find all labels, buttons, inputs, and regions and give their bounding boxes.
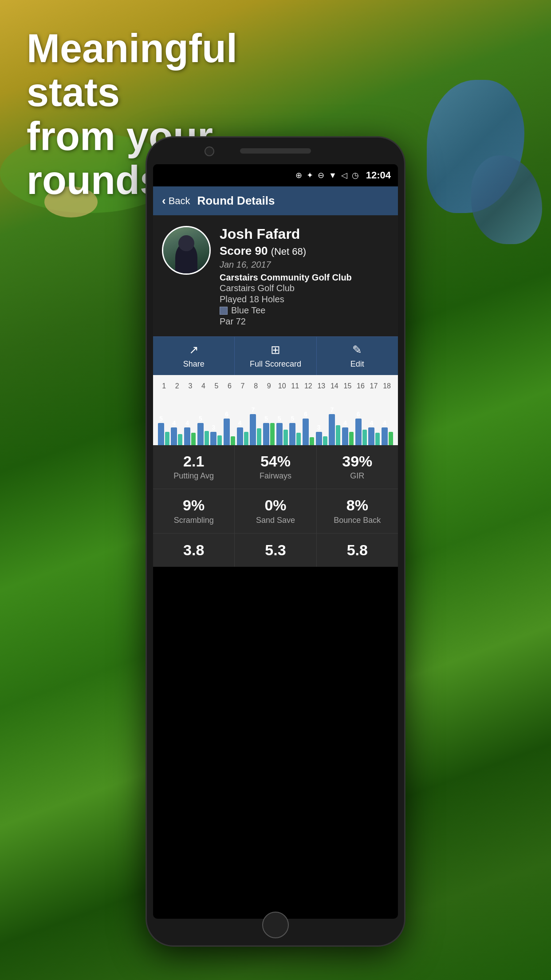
hole-1: 1 <box>158 382 170 390</box>
gir-value: 39% <box>342 453 372 470</box>
minus-icon: ⊖ <box>318 170 324 180</box>
tee-label: Blue Tee <box>231 305 265 316</box>
bars-container: 544536475556374644 <box>157 392 394 445</box>
fairways-label: Fairways <box>260 471 291 481</box>
bluetooth-icon: ✦ <box>307 170 313 180</box>
net-score: (Net 68) <box>271 246 306 257</box>
par-line: Par 72 <box>220 316 389 327</box>
hole-15: 15 <box>342 382 353 390</box>
stats-row-2: 9% Scrambling 0% Sand Save 8% Bounce Bac… <box>153 489 398 533</box>
hole-4: 4 <box>197 382 209 390</box>
bounce-back-label: Bounce Back <box>334 516 381 525</box>
stat-gir: 39% GIR <box>317 445 398 489</box>
avatar-image <box>163 227 209 273</box>
hole-12: 12 <box>303 382 314 390</box>
phone-home-button[interactable] <box>262 912 289 938</box>
date-line: Jan 16, 2017 <box>220 260 389 270</box>
hole-3: 3 <box>185 382 196 390</box>
phone-frame: ⊕ ✦ ⊖ ▼ ◁ ◷ 12:04 ‹ Back Round Details <box>147 138 404 945</box>
bar-group-2: 4 <box>171 419 182 445</box>
holes-played: Played 18 Holes <box>220 294 389 304</box>
bar-group-9: 5 <box>263 415 275 445</box>
scorecard-label: Full Scorecard <box>250 360 301 369</box>
profile-info: Josh Fafard Score 90 (Net 68) Jan 16, 20… <box>220 226 389 328</box>
bar-group-1: 5 <box>158 415 169 445</box>
score-value: Score 90 <box>220 244 271 257</box>
stats-row-1: 2.1 Putting Avg 54% Fairways 39% GIR <box>153 445 398 489</box>
bar-group-4: 5 <box>197 415 209 445</box>
hero-line1: Meaningful stats <box>27 27 337 115</box>
hole-numbers: 1 2 3 4 5 6 7 8 9 10 11 12 13 14 15 16 1… <box>157 382 394 390</box>
hole-18: 18 <box>381 382 393 390</box>
stat-putting-avg: 2.1 Putting Avg <box>153 445 235 489</box>
bar-group-14: 7 <box>329 406 340 445</box>
scorecard-tab[interactable]: ⊞ Full Scorecard <box>235 337 316 375</box>
putting-avg-value: 2.1 <box>183 453 204 470</box>
stat-bounce-back: 8% Bounce Back <box>317 489 398 533</box>
bottom-val-3: 5.8 <box>347 541 368 559</box>
hole-17: 17 <box>368 382 380 390</box>
hole-2: 2 <box>171 382 183 390</box>
bounce-back-value: 8% <box>346 497 368 514</box>
course-name: Carstairs Community Golf Club <box>220 272 389 283</box>
profile-section: Josh Fafard Score 90 (Net 68) Jan 16, 20… <box>153 215 398 336</box>
scorecard-icon: ⊞ <box>271 343 280 357</box>
putting-avg-label: Putting Avg <box>173 471 214 481</box>
sand-save-value: 0% <box>264 497 286 514</box>
share-label: Share <box>183 360 205 369</box>
nav-title: Round Details <box>197 194 275 208</box>
bar-group-5: 3 <box>210 424 222 445</box>
location-icon: ⊕ <box>295 170 302 180</box>
stat-scrambling: 9% Scrambling <box>153 489 235 533</box>
bar-group-8: 7 <box>250 406 261 445</box>
sync-icon: ◷ <box>352 170 359 180</box>
bottom-val-1: 3.8 <box>183 541 204 559</box>
phone-camera <box>205 146 214 156</box>
edit-label: Edit <box>350 360 364 369</box>
bar-group-7: 4 <box>237 419 248 445</box>
chart-area: 1 2 3 4 5 6 7 8 9 10 11 12 13 14 15 16 1… <box>153 375 398 445</box>
bar-group-18: 4 <box>382 419 393 445</box>
bottom-val-2: 5.3 <box>265 541 286 559</box>
bar-group-11: 5 <box>289 415 301 445</box>
hole-13: 13 <box>315 382 327 390</box>
edit-tab[interactable]: ✎ Edit <box>317 337 398 375</box>
fairways-value: 54% <box>260 453 291 470</box>
hole-16: 16 <box>355 382 366 390</box>
bottom-num-1: 3.8 <box>153 533 235 567</box>
bar-group-13: 3 <box>316 424 327 445</box>
back-label: Back <box>169 195 190 207</box>
hole-11: 11 <box>289 382 301 390</box>
stat-sand-save: 0% Sand Save <box>235 489 316 533</box>
bottom-num-2: 5.3 <box>235 533 316 567</box>
back-button[interactable]: ‹ Back <box>162 194 190 208</box>
hole-9: 9 <box>263 382 275 390</box>
score-line: Score 90 (Net 68) <box>220 244 389 258</box>
course-sub: Carstairs Golf Club <box>220 283 389 293</box>
stats-grid: 2.1 Putting Avg 54% Fairways 39% GIR 9% … <box>153 445 398 567</box>
tee-color: Blue Tee <box>220 305 389 316</box>
phone-speaker <box>240 148 311 154</box>
hole-5: 5 <box>211 382 222 390</box>
player-name: Josh Fafard <box>220 226 389 242</box>
phone-screen: ⊕ ✦ ⊖ ▼ ◁ ◷ 12:04 ‹ Back Round Details <box>153 164 398 919</box>
wifi-icon: ▼ <box>329 171 337 180</box>
share-tab[interactable]: ↗ Share <box>153 337 235 375</box>
bottom-numbers-row: 3.8 5.3 5.8 <box>153 533 398 567</box>
hole-10: 10 <box>276 382 288 390</box>
bar-group-6: 6 <box>224 411 235 445</box>
edit-icon: ✎ <box>352 343 362 357</box>
hole-14: 14 <box>329 382 340 390</box>
bar-group-3: 4 <box>184 419 196 445</box>
status-icons: ⊕ ✦ ⊖ ▼ ◁ ◷ 12:04 <box>295 170 391 181</box>
status-time: 12:04 <box>366 170 391 181</box>
bar-group-12: 6 <box>303 411 314 445</box>
scrambling-value: 9% <box>183 497 205 514</box>
bar-group-15: 4 <box>342 419 354 445</box>
action-tabs: ↗ Share ⊞ Full Scorecard ✎ Edit <box>153 336 398 375</box>
bar-group-17: 4 <box>368 419 380 445</box>
bar-group-16: 6 <box>355 411 367 445</box>
tee-box-icon <box>220 307 228 315</box>
hole-7: 7 <box>237 382 248 390</box>
sand-save-label: Sand Save <box>256 516 295 525</box>
